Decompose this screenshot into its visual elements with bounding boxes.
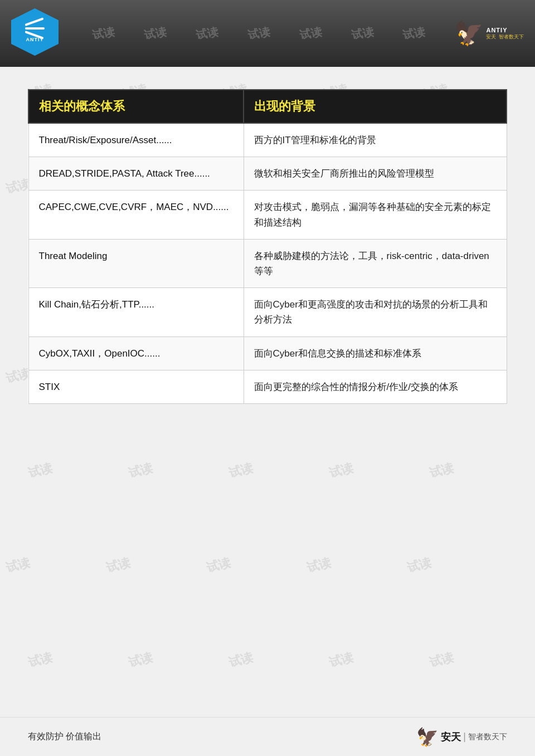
logo-inner: ANTIY <box>25 22 45 42</box>
table-header-row: 相关的概念体系 出现的背景 <box>28 90 507 123</box>
cell-col2-4: 面向Cyber和更高强度的攻击和对抗的场景的分析工具和分析方法 <box>244 288 507 336</box>
watermark-27: 试读 <box>205 554 232 577</box>
logo-lines <box>25 22 45 35</box>
table-row: Threat Modeling各种威胁建模的方法论，工具，risk-centri… <box>28 239 507 287</box>
brand-text-block: ANTIY 安天 智者数天下 <box>486 27 524 41</box>
cell-col2-0: 西方的IT管理和标准化的背景 <box>244 123 507 157</box>
table-row: STIX面向更完整的综合性的情报分析/作业/交换的体系 <box>28 370 507 403</box>
cell-col2-3: 各种威胁建模的方法论，工具，risk-centric，data-driven等等 <box>244 239 507 287</box>
table-row: CAPEC,CWE,CVE,CVRF，MAEC，NVD......对攻击模式，脆… <box>28 191 507 239</box>
header-wm-4: 试读 <box>247 24 271 43</box>
logo: ANTIY <box>11 8 61 58</box>
table-row: CybOX,TAXII，OpenIOC......面向Cyber和信息交换的描述… <box>28 336 507 370</box>
table-row: DREAD,STRIDE,PASTA, Attack Tree......微软和… <box>28 157 507 191</box>
header-wm-3: 试读 <box>195 24 220 43</box>
cell-col1-1: DREAD,STRIDE,PASTA, Attack Tree...... <box>28 157 244 191</box>
cell-col2-2: 对攻击模式，脆弱点，漏洞等各种基础的安全元素的标定和描述结构 <box>244 191 507 239</box>
cell-col1-4: Kill Chain,钻石分析,TTP...... <box>28 288 244 336</box>
watermark-29: 试读 <box>405 554 433 577</box>
table-row: Kill Chain,钻石分析,TTP......面向Cyber和更高强度的攻击… <box>28 288 507 336</box>
header-wm-7: 试读 <box>402 24 426 43</box>
footer-separator: | <box>463 731 466 743</box>
footer-cn-name: 安天 <box>441 731 461 743</box>
header-wm-1: 试读 <box>91 24 116 43</box>
watermark-24: 试读 <box>427 460 455 482</box>
brand-bird-icon: 🦅 <box>454 22 483 45</box>
watermark-34: 试读 <box>427 649 455 671</box>
cell-col2-5: 面向Cyber和信息交换的描述和标准体系 <box>244 336 507 370</box>
header-brand: 🦅 ANTIY 安天 智者数天下 <box>457 14 524 53</box>
brand-slogan: 智者数天下 <box>499 34 524 40</box>
cell-col2-6: 面向更完整的综合性的情报分析/作业/交换的体系 <box>244 370 507 403</box>
footer-brand: 🦅 安天 | 智者数天下 <box>416 726 507 748</box>
footer-bird-icon: 🦅 <box>416 726 439 748</box>
cell-col1-6: STIX <box>28 370 244 403</box>
watermark-23: 试读 <box>327 460 355 482</box>
footer-brand-name: 安天 <box>441 730 461 744</box>
col1-header: 相关的概念体系 <box>28 90 244 123</box>
watermark-28: 试读 <box>305 554 333 577</box>
watermark-30: 试读 <box>26 649 54 671</box>
brand-cn-name: 安天 <box>486 34 496 40</box>
footer-tagline: 有效防护 价值输出 <box>28 731 101 743</box>
watermark-21: 试读 <box>127 460 154 482</box>
cell-col1-5: CybOX,TAXII，OpenIOC...... <box>28 336 244 370</box>
watermark-25: 试读 <box>4 554 32 577</box>
watermark-31: 试读 <box>127 649 154 671</box>
brand-antiy-text: ANTIY <box>486 27 507 33</box>
footer: 有效防护 价值输出 🦅 安天 | 智者数天下 <box>0 717 535 756</box>
cell-col1-0: Threat/Risk/Exposure/Asset...... <box>28 123 244 157</box>
cell-col1-3: Threat Modeling <box>28 239 244 287</box>
cell-col2-1: 微软和相关安全厂商所推出的风险管理模型 <box>244 157 507 191</box>
logo-line-1 <box>25 17 43 26</box>
header-wm-2: 试读 <box>143 24 168 43</box>
logo-hexagon: ANTIY <box>11 8 59 56</box>
cell-col1-2: CAPEC,CWE,CVE,CVRF，MAEC，NVD...... <box>28 191 244 239</box>
watermark-20: 试读 <box>26 460 54 482</box>
concepts-table: 相关的概念体系 出现的背景 Threat/Risk/Exposure/Asset… <box>28 89 507 404</box>
header: ANTIY 试读 试读 试读 试读 试读 试读 试读 🦅 ANTIY 安天 智者… <box>0 0 535 67</box>
header-wm-6: 试读 <box>351 24 375 43</box>
logo-line-2 <box>25 27 45 30</box>
watermark-26: 试读 <box>104 554 132 577</box>
watermark-32: 试读 <box>227 649 255 671</box>
brand-sub-text: 安天 智者数天下 <box>486 33 524 41</box>
watermark-22: 试读 <box>227 460 255 482</box>
header-wm-5: 试读 <box>299 24 323 43</box>
header-watermarks: 试读 试读 试读 试读 试读 试读 试读 <box>61 26 457 41</box>
footer-brand-sub: 智者数天下 <box>468 732 507 742</box>
watermark-33: 试读 <box>327 649 355 671</box>
main-content: 相关的概念体系 出现的背景 Threat/Risk/Exposure/Asset… <box>0 67 535 415</box>
table-row: Threat/Risk/Exposure/Asset......西方的IT管理和… <box>28 123 507 157</box>
col2-header: 出现的背景 <box>244 90 507 123</box>
